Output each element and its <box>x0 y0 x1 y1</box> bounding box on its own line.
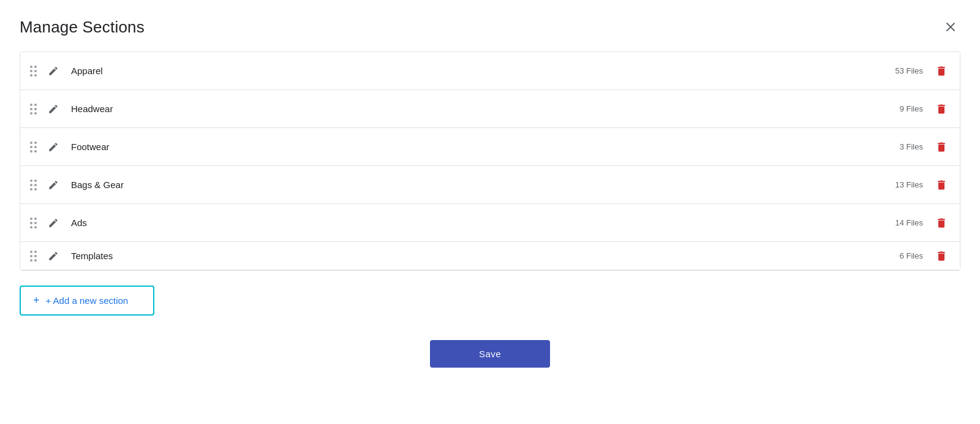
section-name: Templates <box>71 251 900 261</box>
trash-icon <box>935 217 948 229</box>
trash-icon <box>935 179 948 191</box>
file-count: 53 Files <box>895 66 923 75</box>
sections-list: Apparel 53 Files <box>20 51 960 271</box>
section-name: Bags & Gear <box>71 180 895 190</box>
section-name: Footwear <box>71 142 900 152</box>
trash-icon <box>935 141 948 153</box>
edit-icon <box>48 180 59 191</box>
table-row: Ads 14 Files <box>20 204 960 242</box>
close-button[interactable] <box>941 17 960 37</box>
edit-section-button[interactable] <box>45 215 61 231</box>
table-row: Footwear 3 Files <box>20 128 960 166</box>
table-row: Apparel 53 Files <box>20 52 960 90</box>
drag-handle[interactable] <box>30 218 37 229</box>
delete-section-button[interactable] <box>933 62 950 80</box>
file-count: 3 Files <box>900 142 923 151</box>
add-new-section-button[interactable]: + + Add a new section <box>20 286 154 316</box>
edit-section-button[interactable] <box>45 63 61 79</box>
file-count: 13 Files <box>895 180 923 189</box>
section-name: Ads <box>71 218 895 228</box>
edit-icon <box>48 218 59 229</box>
modal-title: Manage Sections <box>20 18 145 37</box>
trash-icon <box>935 250 948 262</box>
edit-section-button[interactable] <box>45 139 61 155</box>
drag-handle[interactable] <box>30 104 37 115</box>
save-button[interactable]: Save <box>430 340 550 368</box>
table-row: Bags & Gear 13 Files <box>20 166 960 204</box>
edit-section-button[interactable] <box>45 177 61 193</box>
delete-section-button[interactable] <box>933 248 950 265</box>
table-row: Headwear 9 Files <box>20 90 960 128</box>
trash-icon <box>935 103 948 115</box>
section-name: Apparel <box>71 66 895 76</box>
edit-icon <box>48 104 59 115</box>
modal-header: Manage Sections <box>20 17 960 37</box>
delete-section-button[interactable] <box>933 176 950 194</box>
file-count: 9 Files <box>900 104 923 113</box>
table-row: Templates 6 Files <box>20 242 960 270</box>
edit-section-button[interactable] <box>45 101 61 117</box>
drag-handle[interactable] <box>30 180 37 191</box>
manage-sections-modal: Manage Sections <box>0 0 980 424</box>
drag-handle[interactable] <box>30 142 37 153</box>
save-btn-container: Save <box>20 340 960 368</box>
edit-icon <box>48 251 59 262</box>
edit-section-button[interactable] <box>45 248 61 264</box>
trash-icon <box>935 65 948 77</box>
edit-icon <box>48 142 59 153</box>
add-section-label: + Add a new section <box>46 295 129 306</box>
file-count: 6 Files <box>900 251 923 260</box>
edit-icon <box>48 66 59 77</box>
close-icon <box>943 20 958 34</box>
delete-section-button[interactable] <box>933 100 950 118</box>
drag-handle[interactable] <box>30 251 37 262</box>
delete-section-button[interactable] <box>933 214 950 232</box>
delete-section-button[interactable] <box>933 138 950 156</box>
section-name: Headwear <box>71 104 900 114</box>
file-count: 14 Files <box>895 218 923 227</box>
drag-handle[interactable] <box>30 66 37 77</box>
add-section-plus-icon: + <box>33 294 40 307</box>
